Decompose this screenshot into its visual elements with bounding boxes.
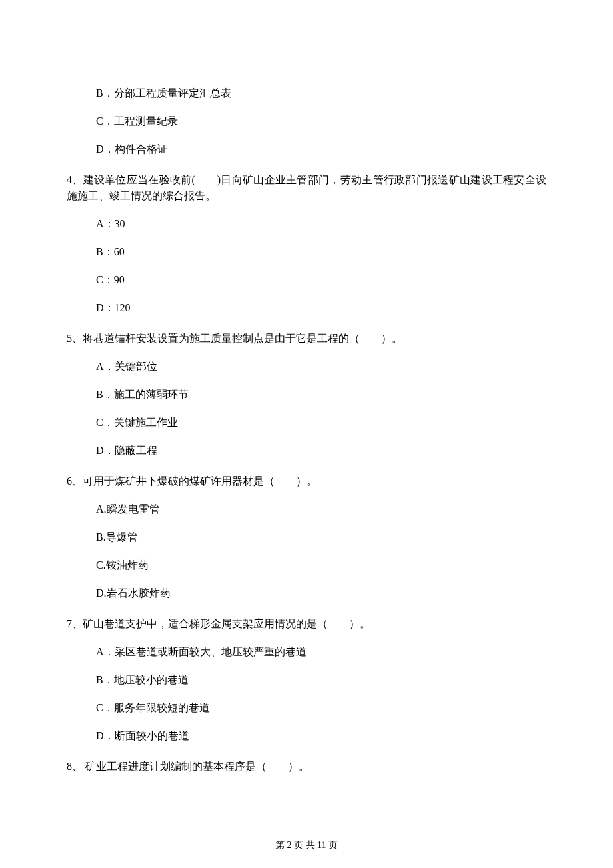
q4-option-a: A：30 — [96, 216, 546, 232]
q6-option-b: B.导爆管 — [96, 529, 546, 545]
question-8: 8、 矿业工程进度计划编制的基本程序是（ ）。 — [67, 759, 546, 775]
q5-option-a: A．关键部位 — [96, 359, 546, 375]
q3-option-c: C．工程测量纪录 — [96, 113, 546, 129]
q6-option-c: C.铵油炸药 — [96, 557, 546, 573]
page-footer: 第 2 页 共 11 页 — [0, 838, 613, 852]
q4-option-b: B：60 — [96, 244, 546, 260]
q4-option-d: D：120 — [96, 300, 546, 316]
question-7: 7、矿山巷道支护中，适合梯形金属支架应用情况的是（ ）。 — [67, 616, 546, 632]
q6-option-d: D.岩石水胶炸药 — [96, 585, 546, 601]
q7-option-c: C．服务年限较短的巷道 — [96, 700, 546, 716]
q6-option-a: A.瞬发电雷管 — [96, 501, 546, 517]
question-5: 5、将巷道锚杆安装设置为施工质量控制点是由于它是工程的（ ）。 — [67, 331, 546, 347]
q7-option-b: B．地压较小的巷道 — [96, 672, 546, 688]
q7-option-d: D．断面较小的巷道 — [96, 728, 546, 744]
q7-option-a: A．采区巷道或断面较大、地压较严重的巷道 — [96, 644, 546, 660]
q3-option-b: B．分部工程质量评定汇总表 — [96, 85, 546, 101]
q5-option-d: D．隐蔽工程 — [96, 443, 546, 459]
page-container: B．分部工程质量评定汇总表 C．工程测量纪录 D．构件合格证 4、建设单位应当在… — [0, 0, 613, 868]
q3-option-d: D．构件合格证 — [96, 141, 546, 157]
q5-option-c: C．关键施工作业 — [96, 415, 546, 431]
q5-option-b: B．施工的薄弱环节 — [96, 387, 546, 403]
question-4: 4、建设单位应当在验收前( )日向矿山企业主管部门，劳动主管行政部门报送矿山建设… — [67, 172, 546, 204]
q4-option-c: C：90 — [96, 272, 546, 288]
question-6: 6、可用于煤矿井下爆破的煤矿许用器材是（ ）。 — [67, 473, 546, 489]
